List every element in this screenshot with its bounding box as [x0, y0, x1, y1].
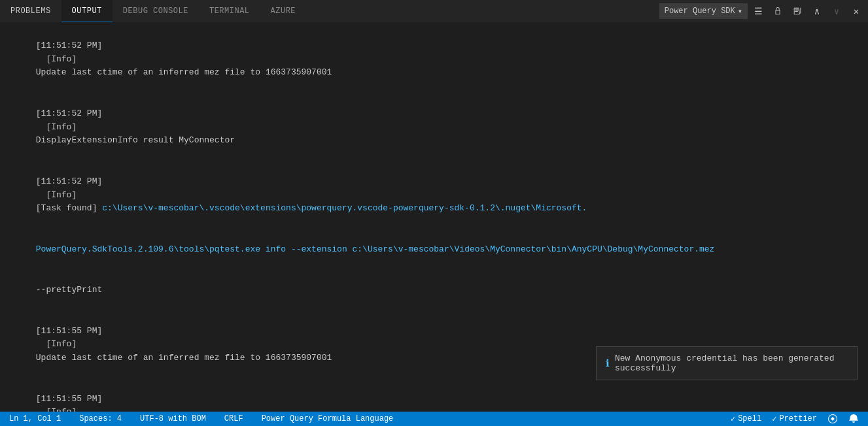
- dropdown-label: Power Query SDK: [665, 7, 735, 16]
- prettier-icon: ✓: [772, 414, 776, 424]
- output-source-dropdown[interactable]: Power Query SDK ▾: [659, 3, 748, 19]
- notification-icon[interactable]: [843, 412, 864, 426]
- line-ending[interactable]: CRLF: [219, 412, 249, 426]
- spell-check[interactable]: ✓ Spell: [725, 412, 767, 426]
- tabs-container: PROBLEMS OUTPUT DEBUG CONSOLE TERMINAL A…: [0, 0, 306, 22]
- log-line: [11:51:52 PM] [Info] [Task found] c:\Use…: [0, 161, 868, 229]
- spell-icon: ✓: [731, 414, 735, 424]
- info-icon: ℹ: [606, 357, 610, 370]
- tab-output[interactable]: OUTPUT: [61, 0, 113, 22]
- status-bar-left: Ln 1, Col 1 Spaces: 4 UTF-8 with BOM CRL…: [4, 412, 398, 426]
- main-content: [11:51:52 PM] [Info] Update last ctime o…: [0, 23, 868, 412]
- encoding[interactable]: UTF-8 with BOM: [135, 412, 211, 426]
- toast-notification: ℹ New Anonymous credential has been gene…: [596, 346, 858, 380]
- copy-icon[interactable]: [788, 2, 807, 20]
- cursor-position[interactable]: Ln 1, Col 1: [4, 412, 66, 426]
- log-line-continuation: PowerQuery.SdkTools.2.109.6\tools\pqtest…: [0, 229, 868, 270]
- toolbar-right: Power Query SDK ▾ ☰ ∧ ∨ ✕: [659, 2, 868, 20]
- chevron-down-icon: ▾: [738, 7, 742, 16]
- chevron-down-btn: ∨: [827, 2, 846, 20]
- indent-mode[interactable]: Spaces: 4: [74, 412, 127, 426]
- tab-debug-console[interactable]: DEBUG CONSOLE: [113, 0, 199, 22]
- lock-icon[interactable]: [769, 2, 787, 20]
- log-line: [11:51:52 PM] [Info] DisplayExtensionInf…: [0, 93, 868, 161]
- log-line: [11:51:55 PM] [Info] DisplayExtensionInf…: [0, 379, 868, 412]
- log-line-continuation: --prettyPrint: [0, 270, 868, 310]
- status-bar: Ln 1, Col 1 Spaces: 4 UTF-8 with BOM CRL…: [0, 412, 868, 426]
- prettier-formatter[interactable]: ✓ Prettier: [767, 412, 822, 426]
- prettier-label: Prettier: [779, 414, 817, 423]
- tab-bar: PROBLEMS OUTPUT DEBUG CONSOLE TERMINAL A…: [0, 0, 868, 23]
- language-mode[interactable]: Power Query Formula Language: [256, 412, 399, 426]
- status-bar-right: ✓ Spell ✓ Prettier: [725, 412, 864, 426]
- list-icon[interactable]: ☰: [749, 2, 767, 20]
- chevron-up-icon[interactable]: ∧: [808, 2, 826, 20]
- tab-azure[interactable]: AZURE: [260, 0, 307, 22]
- tab-problems[interactable]: PROBLEMS: [0, 0, 61, 22]
- tab-terminal[interactable]: TERMINAL: [199, 0, 260, 22]
- toast-message: New Anonymous credential has been genera…: [615, 353, 848, 373]
- spell-label: Spell: [738, 414, 761, 423]
- close-icon[interactable]: ✕: [847, 2, 865, 20]
- remote-icon[interactable]: [822, 412, 843, 426]
- log-line: [11:51:52 PM] [Info] Update last ctime o…: [0, 25, 868, 93]
